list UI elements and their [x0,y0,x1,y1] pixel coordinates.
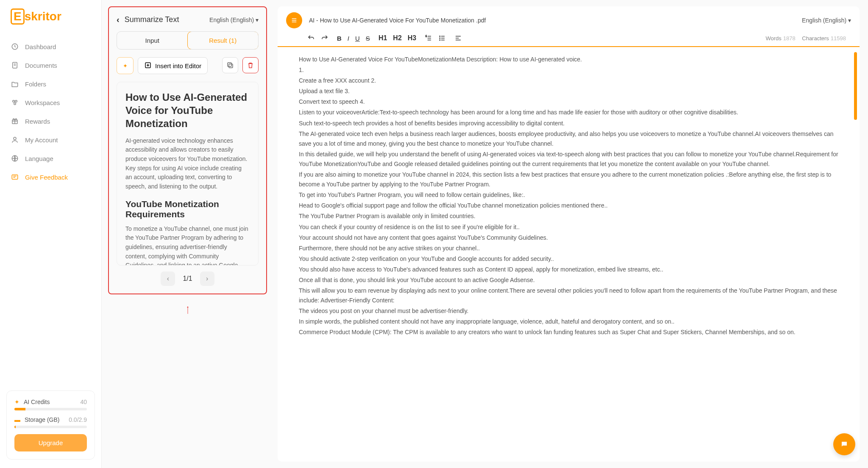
underline-button[interactable]: U [355,35,360,42]
nav-label: Documents [25,62,57,69]
storage-value: 0.0/2.9 [69,416,87,423]
italic-button[interactable]: I [348,35,349,42]
svg-point-6 [14,103,16,105]
align-button[interactable] [454,34,462,42]
insert-button[interactable]: Insert into Editor [138,57,208,74]
editor-line: The YouTube Partner Program is available… [299,211,843,221]
editor-line: The AI-generated voice tech even helps a… [299,129,843,149]
back-button[interactable]: ‹ [117,15,120,25]
pager-text: 1/1 [183,275,192,282]
summary-para-2: To monetize a YouTube channel, one must … [125,224,250,266]
credits-bar [14,408,87,410]
editor-line: In simple words, the published content s… [299,317,843,327]
nav-label: Dashboard [25,43,56,50]
summary-heading-2: YouTube Monetization Requirements [125,199,250,219]
h1-button[interactable]: H1 [378,34,387,42]
svg-point-4 [13,100,15,102]
editor-line: Create a free XXX account 2. [299,76,843,86]
nav-feedback[interactable]: Give Feedback [6,168,95,186]
nav-label: Folders [25,80,46,88]
credits-value: 40 [80,399,87,405]
panel-language-select[interactable]: English (English) ▾ [209,17,259,23]
storage-bar [14,426,87,428]
dashboard-icon [11,42,19,51]
feedback-icon [11,173,19,181]
editor-line: Commerce Product Module (CPM): The CPM i… [299,327,843,337]
svg-point-28 [440,40,440,41]
h2-button[interactable]: H2 [393,34,401,42]
nav-label: Language [25,155,53,162]
upgrade-button[interactable]: Upgrade [14,434,87,451]
svg-point-27 [440,38,440,39]
credits-box: ✦ AI Credits 40 ▬ Storage (GB) 0.0/2.9 U… [6,390,95,460]
storage-icon: ▬ [14,416,20,423]
editor-line: You should also have access to YouTube's… [299,265,843,274]
annotation-arrow [108,299,267,318]
nav-label: My Account [25,136,58,144]
editor-body[interactable]: How to Use AI-Generated Voice For YouTub… [278,47,860,462]
editor-line: Such text-to-speech tech provides a host… [299,119,843,128]
language-icon [11,154,19,163]
document-title: AI - How to Use AI-Generated Voice For Y… [309,17,795,24]
editor-panel: AI - How to Use AI-Generated Voice For Y… [273,0,868,468]
editor-line: How to Use AI-Generated Voice For YouTub… [299,55,843,64]
bold-button[interactable]: B [337,35,342,42]
editor-line: Furthermore, there should not be any act… [299,244,843,253]
nav-workspaces[interactable]: Workspaces [6,93,95,112]
editor-line: To get into YouTube's Partner Program, y… [299,190,843,200]
editor-line: Once all that is done, you should link y… [299,275,843,285]
svg-text:1: 1 [426,35,427,37]
editor-line: Convert text to speech 4. [299,97,843,107]
scrollbar-thumb[interactable] [854,52,857,120]
svg-rect-13 [228,63,231,66]
logo: Eskritor [6,8,95,25]
strike-button[interactable]: S [366,35,370,42]
redo-button[interactable] [321,34,328,42]
nav-label: Workspaces [25,99,60,106]
summary-heading-1: How to Use AI-Generated Voice for YouTub… [125,91,250,130]
pager: ‹ 1/1 › [117,266,259,286]
regenerate-button[interactable]: ✦ [117,57,134,74]
panel-title: Summarize Text [125,15,204,24]
editor-line: 1. [299,65,843,75]
editor-line: Your account should not have any content… [299,233,843,243]
nav-dashboard[interactable]: Dashboard [6,37,95,56]
editor-line: If you are also aiming to monetize your … [299,170,843,189]
nav-folders[interactable]: Folders [6,75,95,93]
svg-rect-12 [229,64,233,68]
chat-button[interactable] [833,433,855,455]
nav-label: Rewards [25,118,50,125]
bullet-list-button[interactable] [438,34,446,42]
tab-result[interactable]: Result (1) [187,31,259,50]
svg-point-5 [15,100,17,102]
delete-button[interactable] [242,57,259,73]
pager-prev[interactable]: ‹ [161,271,175,286]
editor-line: Head to Google's official support page a… [299,201,843,210]
nav-documents[interactable]: Documents [6,56,95,75]
svg-point-8 [14,137,16,140]
undo-button[interactable] [307,34,315,42]
h3-button[interactable]: H3 [408,34,416,42]
result-card: How to Use AI-Generated Voice for YouTub… [117,82,259,266]
storage-label: Storage (GB) [25,416,59,423]
copy-button[interactable] [222,57,238,73]
pager-next[interactable]: › [200,271,214,286]
svg-point-26 [440,36,440,37]
ordered-list-button[interactable]: 1 [425,34,432,42]
folders-icon [11,80,19,88]
toolbar: B I U S H1 H2 H3 1 Words18 [278,32,860,47]
document-icon [286,12,302,28]
insert-icon [144,61,152,70]
nav-rewards[interactable]: Rewards [6,112,95,130]
svg-marker-15 [187,306,189,307]
documents-icon [11,61,19,69]
credits-label: AI Credits [24,399,50,405]
nav-language[interactable]: Language [6,149,95,168]
editor-language-select[interactable]: English (English) ▾ [802,17,851,24]
nav-label: Give Feedback [25,174,68,181]
editor-line: In this detailed guide, we will help you… [299,150,843,169]
nav-account[interactable]: My Account [6,130,95,149]
sparkle-icon: ✦ [14,399,19,405]
account-icon [11,136,19,144]
tab-input[interactable]: Input [117,32,188,49]
